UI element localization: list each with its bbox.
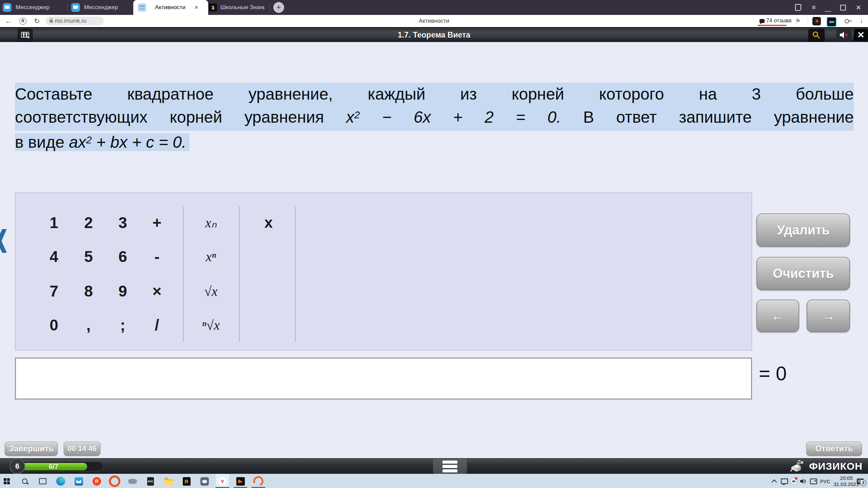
key-comma[interactable]: , (73, 311, 104, 339)
screen: Мессенджер Мессенджер Активности ✕ 3 Шко… (0, 0, 868, 488)
znanija-icon: 3 (209, 3, 217, 12)
brand-logo: ФИЗИКОН (788, 459, 863, 474)
restore-icon[interactable] (835, 0, 850, 15)
key-1[interactable]: 1 (38, 209, 70, 237)
tab-activities[interactable]: Активности ✕ (133, 0, 208, 15)
speaker-muted-icon (839, 31, 849, 39)
tab-messenger-1[interactable]: Мессенджер (0, 0, 70, 15)
search-button[interactable] (808, 29, 825, 42)
math-keyboard: 1 2 3 + 4 5 6 - 7 8 9 × 0 , ; / xₙ xⁿ √x… (15, 192, 752, 350)
browser-menu-icon[interactable]: ≡ (806, 0, 821, 15)
rockstar-icon[interactable]: R (180, 474, 193, 488)
start-button[interactable] (0, 474, 14, 488)
reviews-underline (757, 25, 787, 26)
close-activity-icon[interactable]: ✕ (854, 29, 868, 41)
key-4[interactable]: 4 (38, 243, 70, 270)
taskbar-search-icon[interactable] (18, 474, 32, 488)
orange-ring-app-icon[interactable] (108, 474, 121, 488)
notification-center-icon[interactable]: 3 (855, 474, 865, 488)
network-icon[interactable] (780, 474, 789, 488)
key-2[interactable]: 2 (73, 209, 104, 237)
volume-icon[interactable] (799, 474, 808, 488)
key-5[interactable]: 5 (73, 243, 104, 270)
progress-step-circle: 6 (9, 459, 25, 474)
keyboard-divider (295, 206, 296, 342)
browser-tab-bar: Мессенджер Мессенджер Активности ✕ 3 Шко… (0, 0, 868, 15)
keyboard-divider (239, 206, 240, 342)
key-semicolon[interactable]: ; (107, 311, 138, 339)
tab-label: Мессенджер (16, 4, 50, 11)
grid-glyph (21, 32, 29, 39)
black-arrow-app-icon[interactable] (234, 474, 247, 488)
key-8[interactable]: 8 (73, 277, 104, 305)
discord-tray-icon[interactable] (789, 474, 798, 488)
extension-chevrons-icon[interactable]: » (812, 17, 821, 25)
tab-messenger-2[interactable]: Мессенджер (68, 0, 136, 15)
yandex-app-icon[interactable]: Я (90, 474, 103, 488)
key-minus[interactable]: - (141, 243, 173, 270)
task-view-icon[interactable] (36, 474, 50, 488)
finish-button[interactable]: Завершить (5, 442, 58, 456)
key-plus[interactable]: + (141, 209, 173, 237)
answer-button[interactable]: Ответить (806, 442, 862, 456)
answer-suffix: = 0 (759, 362, 787, 385)
key-divide[interactable]: / (141, 311, 173, 339)
player-bottom-bar: 6/7 6 ФИЗИКОН (0, 458, 868, 474)
reviews-count[interactable]: 74 отзыва (766, 18, 791, 24)
clear-button[interactable]: Очистить (756, 257, 850, 290)
edge-icon[interactable] (54, 474, 67, 488)
activity-header: 1.7. Теорема Виета ✕ (0, 27, 868, 42)
tab-label: Школьные Знания.com - Р (220, 4, 264, 11)
download-icon[interactable]: ↓ (857, 15, 866, 27)
tray-expand-chevron-icon[interactable] (770, 474, 779, 488)
extension-sih-icon[interactable]: SIH (827, 17, 836, 27)
cursor-right-button[interactable]: → (807, 300, 850, 332)
divider (753, 17, 754, 25)
page-title-center: Активности (0, 15, 868, 27)
bookmark-flag-icon[interactable]: ⚑ (793, 15, 802, 27)
epic-games-icon[interactable]: EPIC (144, 474, 157, 488)
discord-icon[interactable] (198, 474, 211, 488)
yandex-browser-icon-active[interactable]: Y (216, 474, 229, 488)
contents-grid-icon[interactable] (18, 29, 33, 42)
key-3[interactable]: 3 (107, 209, 138, 237)
mail-icon[interactable] (72, 474, 85, 488)
windows-taskbar: Я EPIC R Y РУС 20:05 31.03.2021 3 (0, 474, 868, 488)
activity-tab-icon (138, 3, 146, 12)
key-x-variable[interactable]: x (253, 209, 284, 237)
origin-icon[interactable] (252, 474, 265, 488)
key-0[interactable]: 0 (38, 311, 70, 339)
sound-muted-button[interactable] (836, 29, 852, 41)
close-window-icon[interactable]: ✕ (851, 0, 866, 15)
language-indicator[interactable]: РУС (818, 474, 833, 488)
xbox-gamepad-icon[interactable] (126, 474, 139, 488)
menu-hamburger-icon[interactable] (433, 459, 467, 474)
messenger-icon (71, 3, 80, 12)
password-key-icon[interactable] (842, 15, 852, 27)
answer-input[interactable] (15, 358, 752, 400)
tabs-panel-icon[interactable] (791, 0, 806, 15)
delete-button[interactable]: Удалить (756, 214, 850, 247)
key-multiply[interactable]: × (141, 277, 173, 305)
key-nth-root[interactable]: ⁿ√x (195, 311, 226, 339)
progress-track: 6/7 (16, 462, 103, 472)
key-7[interactable]: 7 (38, 277, 70, 305)
divider (808, 17, 808, 25)
cursor-left-button[interactable]: ← (756, 300, 799, 332)
key-9[interactable]: 9 (107, 277, 138, 305)
problem-line-2: соответствующих корней уравнения x2 − 6x… (15, 106, 854, 131)
key-sqrt[interactable]: √x (195, 277, 226, 305)
key-6[interactable]: 6 (107, 243, 138, 270)
tab-label: Мессенджер (84, 4, 118, 11)
progress-fill: 6/7 (20, 463, 87, 470)
key-x-pow-n[interactable]: xⁿ (195, 243, 226, 270)
key-x-sub-n[interactable]: xₙ (195, 209, 226, 237)
tab-znanija[interactable]: 3 Школьные Знания.com - Р (204, 0, 273, 15)
new-tab-button[interactable]: + (273, 2, 284, 13)
tab-close-icon[interactable]: ✕ (194, 4, 199, 11)
activity-title: 1.7. Теорема Виета (0, 28, 868, 42)
problem-line-3: в виде ax2 + bx + c = 0. (15, 131, 854, 156)
file-explorer-icon[interactable] (162, 474, 175, 488)
prev-chevron-icon[interactable] (0, 229, 7, 253)
meet-now-icon[interactable] (809, 474, 818, 488)
